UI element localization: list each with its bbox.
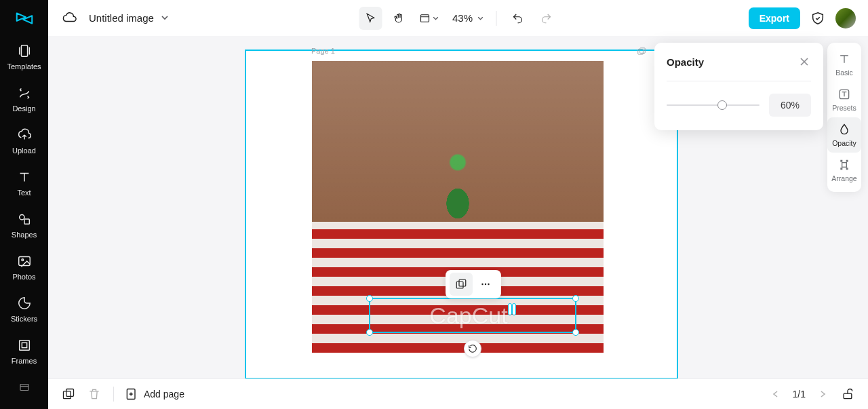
undo-button[interactable]	[506, 7, 529, 30]
text-icon	[17, 170, 32, 184]
rside-tab-basic[interactable]: Basic	[827, 47, 861, 82]
resize-handle-tr[interactable]	[572, 295, 579, 302]
chevron-down-icon	[161, 14, 169, 22]
top-right-tools: Export	[749, 0, 856, 36]
close-button[interactable]	[797, 55, 811, 69]
sidebar-item-more[interactable]	[0, 373, 48, 402]
svg-rect-10	[640, 48, 646, 54]
rside-tab-label: Presets	[832, 104, 856, 112]
svg-rect-19	[66, 389, 74, 397]
svg-point-14	[485, 284, 486, 285]
sidebar-item-label: Design	[12, 104, 35, 113]
zoom-level-text: 43%	[452, 12, 473, 24]
rotate-handle[interactable]	[464, 340, 481, 357]
svg-point-4	[21, 259, 23, 261]
rside-tab-presets[interactable]: Presets	[827, 82, 861, 117]
svg-rect-5	[19, 340, 29, 351]
privacy-shield-button[interactable]	[810, 10, 826, 26]
opacity-value[interactable]: 60%	[769, 94, 811, 117]
photos-icon	[17, 254, 32, 269]
selected-text-content: CapCut	[429, 303, 507, 329]
page-overlap-icon	[636, 47, 647, 56]
sidebar-item-photos[interactable]: Photos	[0, 247, 48, 288]
sidebar-item-label: Photos	[12, 273, 35, 281]
user-avatar[interactable]	[835, 8, 856, 28]
svg-point-1	[19, 215, 24, 220]
svg-rect-2	[24, 219, 29, 224]
floating-layers-button[interactable]	[450, 273, 473, 296]
sidebar-item-upload[interactable]: Upload	[0, 121, 48, 161]
resize-handle-mr[interactable]	[512, 303, 516, 315]
page-indicator: 1/1	[793, 389, 806, 400]
prev-page-button[interactable]	[768, 387, 783, 402]
svg-rect-8	[420, 14, 429, 22]
slider-thumb[interactable]	[717, 100, 727, 110]
rside-tab-arrange[interactable]: Arrange	[827, 153, 861, 188]
redo-button[interactable]	[534, 7, 557, 30]
opacity-slider[interactable]	[667, 98, 760, 112]
svg-rect-17	[842, 163, 847, 168]
sidebar-item-stickers[interactable]: Stickers	[0, 289, 48, 330]
page-label: Page 1	[311, 47, 335, 55]
sidebar-item-label: Shapes	[12, 231, 37, 239]
resize-handle-bl[interactable]	[366, 329, 373, 336]
stickers-icon	[17, 296, 32, 311]
opacity-panel-title: Opacity	[667, 56, 704, 68]
slider-track	[667, 104, 760, 106]
templates-icon	[17, 43, 32, 58]
divider	[113, 387, 114, 402]
svg-rect-9	[638, 50, 644, 55]
sidebar-item-label: Upload	[12, 147, 36, 155]
document-title-text: Untitled image	[89, 12, 154, 24]
frames-icon	[17, 338, 32, 353]
sidebar-item-label: Text	[17, 189, 31, 197]
upload-icon	[17, 128, 32, 142]
floating-toolbar	[446, 270, 501, 298]
leaf-decoration	[437, 176, 478, 231]
shapes-icon	[17, 212, 32, 227]
top-center-tools: 43%	[359, 0, 557, 36]
sidebar-item-label: Stickers	[11, 315, 37, 323]
add-page-label: Add page	[144, 389, 184, 400]
select-tool-button[interactable]	[359, 7, 382, 30]
bottom-right-tools: 1/1	[768, 386, 856, 402]
right-side-tabs: Basic Presets Opacity Arrange	[827, 43, 861, 192]
duplicate-page-button[interactable]	[60, 386, 77, 402]
sidebar-item-design[interactable]: Design	[0, 79, 48, 119]
export-button[interactable]: Export	[749, 7, 800, 29]
rside-tab-opacity[interactable]: Opacity	[827, 117, 861, 153]
page-frame[interactable]: Page 1 CapCut	[245, 50, 678, 379]
resize-handle-br[interactable]	[572, 329, 579, 336]
app-logo[interactable]	[12, 5, 37, 31]
cloud-sync-button[interactable]	[60, 9, 78, 26]
svg-rect-21	[844, 393, 852, 399]
svg-rect-0	[21, 45, 27, 57]
next-page-button[interactable]	[815, 387, 830, 402]
sidebar-item-shapes[interactable]: Shapes	[0, 205, 48, 246]
more-icon	[17, 380, 32, 395]
design-icon	[17, 85, 32, 100]
lock-button[interactable]	[840, 386, 856, 402]
rside-tab-label: Opacity	[832, 139, 856, 147]
document-title[interactable]: Untitled image	[89, 12, 169, 24]
sidebar-item-frames[interactable]: Frames	[0, 331, 48, 372]
opacity-panel: Opacity 60%	[654, 43, 823, 130]
svg-rect-7	[20, 385, 28, 391]
sidebar-item-templates[interactable]: Templates	[0, 37, 48, 77]
add-page-button[interactable]: Add page	[125, 387, 184, 401]
sidebar-item-text[interactable]: Text	[0, 163, 48, 203]
resize-handle-tl[interactable]	[366, 295, 373, 302]
svg-rect-18	[64, 391, 71, 399]
bottom-bar: Add page 1/1	[48, 378, 868, 409]
hand-tool-button[interactable]	[387, 7, 410, 30]
svg-rect-11	[456, 281, 463, 288]
svg-point-13	[481, 284, 483, 285]
zoom-level[interactable]: 43%	[452, 12, 484, 24]
selected-text-element[interactable]: CapCut	[369, 298, 576, 333]
floating-more-button[interactable]	[474, 273, 497, 296]
delete-page-button	[86, 386, 102, 402]
bottom-left-tools: Add page	[60, 386, 184, 402]
resize-canvas-button[interactable]	[416, 7, 441, 30]
top-bar: Untitled image 43% Export	[48, 0, 868, 36]
rside-tab-label: Basic	[835, 69, 853, 77]
